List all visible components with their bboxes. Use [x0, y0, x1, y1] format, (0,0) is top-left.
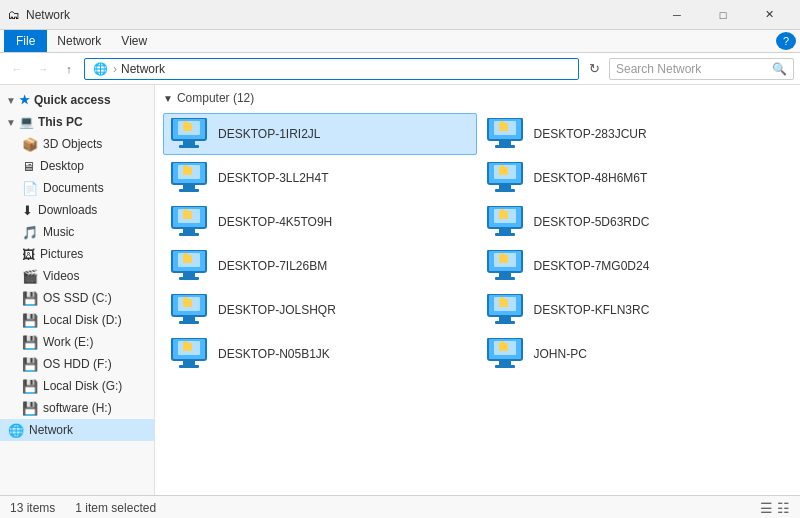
quick-access-label: Quick access [34, 93, 111, 107]
computer-item-12[interactable]: JOHN-PC [479, 333, 793, 375]
sidebar-thispc-header[interactable]: ▼ 💻 This PC [0, 111, 154, 133]
large-icons-view-icon[interactable]: ☷ [777, 500, 790, 516]
computer-item-4[interactable]: DESKTOP-48H6M6T [479, 157, 793, 199]
svg-rect-17 [499, 184, 511, 189]
title-bar-title: Network [26, 8, 654, 22]
sidebar-music-label: Music [43, 225, 74, 239]
softwareh-icon: 💾 [22, 401, 38, 416]
address-path[interactable]: 🌐 › Network [84, 58, 579, 80]
sidebar-oshdd-label: OS HDD (F:) [43, 357, 112, 371]
sidebar-item-softwareh[interactable]: 💾 software (H:) [0, 397, 154, 419]
quick-access-chevron: ▼ [6, 95, 16, 106]
group-chevron: ▼ [163, 93, 173, 104]
computer-icon-12 [486, 338, 526, 370]
sidebar-desktop-label: Desktop [40, 159, 84, 173]
sidebar-item-videos[interactable]: 🎬 Videos [0, 265, 154, 287]
computer-item-8[interactable]: DESKTOP-7MG0D24 [479, 245, 793, 287]
computer-item-7[interactable]: DESKTOP-7IL26BM [163, 245, 477, 287]
search-box[interactable]: Search Network 🔍 [609, 58, 794, 80]
videos-icon: 🎬 [22, 269, 38, 284]
computer-icon-6 [486, 206, 526, 238]
svg-rect-24 [183, 211, 192, 219]
computer-name-1: DESKTOP-1IRI2JL [218, 127, 320, 141]
computer-item-5[interactable]: DESKTOP-4K5TO9H [163, 201, 477, 243]
computers-grid: DESKTOP-1IRI2JL DESKTOP-283JCUR [163, 113, 792, 375]
search-placeholder: Search Network [616, 62, 701, 76]
svg-rect-2 [183, 140, 195, 145]
svg-rect-28 [495, 233, 515, 236]
tab-file[interactable]: File [4, 30, 47, 52]
sidebar-documents-label: Documents [43, 181, 104, 195]
thispc-chevron: ▼ [6, 117, 16, 128]
computer-name-2: DESKTOP-283JCUR [534, 127, 647, 141]
maximize-button[interactable]: □ [700, 0, 746, 30]
up-button[interactable]: ↑ [58, 58, 80, 80]
computer-item-10[interactable]: DESKTOP-KFLN3RC [479, 289, 793, 331]
svg-rect-37 [499, 272, 511, 277]
svg-rect-29 [499, 211, 508, 219]
desktop-icon: 🖥 [22, 159, 35, 174]
sidebar-item-desktop[interactable]: 🖥 Desktop [0, 155, 154, 177]
svg-rect-18 [495, 189, 515, 192]
sidebar-item-pictures[interactable]: 🖼 Pictures [0, 243, 154, 265]
sidebar-item-downloads[interactable]: ⬇ Downloads [0, 199, 154, 221]
path-network-label: Network [121, 62, 165, 76]
svg-rect-53 [179, 365, 199, 368]
refresh-button[interactable]: ↻ [583, 58, 605, 80]
sidebar-item-localdiskd[interactable]: 💾 Local Disk (D:) [0, 309, 154, 331]
computer-icon-2 [486, 118, 526, 150]
sidebar-worke-label: Work (E:) [43, 335, 93, 349]
details-view-icon[interactable]: ☰ [760, 500, 773, 516]
computer-icon-7 [170, 250, 210, 282]
svg-rect-8 [495, 145, 515, 148]
svg-rect-34 [183, 255, 192, 263]
back-button[interactable]: ← [6, 58, 28, 80]
thispc-label: This PC [38, 115, 83, 129]
ribbon: File Network View ? [0, 30, 800, 53]
computer-name-3: DESKTOP-3LL2H4T [218, 171, 329, 185]
main-layout: ▼ ★ Quick access ▼ 💻 This PC 📦 3D Object… [0, 85, 800, 495]
title-bar-controls: ─ □ ✕ [654, 0, 792, 30]
computer-item-3[interactable]: DESKTOP-3LL2H4T [163, 157, 477, 199]
svg-rect-13 [179, 189, 199, 192]
minimize-button[interactable]: ─ [654, 0, 700, 30]
sidebar-item-music[interactable]: 🎵 Music [0, 221, 154, 243]
help-button[interactable]: ? [776, 32, 796, 50]
sidebar-quick-access-header[interactable]: ▼ ★ Quick access [0, 89, 154, 111]
sidebar-item-worke[interactable]: 💾 Work (E:) [0, 331, 154, 353]
localdiskd-icon: 💾 [22, 313, 38, 328]
computer-icon-1 [170, 118, 210, 150]
computer-item-9[interactable]: DESKTOP-JOLSHQR [163, 289, 477, 331]
downloads-icon: ⬇ [22, 203, 33, 218]
computer-name-8: DESKTOP-7MG0D24 [534, 259, 650, 273]
computer-item-6[interactable]: DESKTOP-5D63RDC [479, 201, 793, 243]
computer-icon-3 [170, 162, 210, 194]
tab-network[interactable]: Network [47, 30, 111, 52]
sidebar-item-documents[interactable]: 📄 Documents [0, 177, 154, 199]
sidebar-item-3dobjects[interactable]: 📦 3D Objects [0, 133, 154, 155]
sidebar-softwareh-label: software (H:) [43, 401, 112, 415]
svg-rect-58 [495, 365, 515, 368]
sidebar-3dobjects-label: 3D Objects [43, 137, 102, 151]
svg-rect-19 [499, 167, 508, 175]
forward-button[interactable]: → [32, 58, 54, 80]
computer-item-2[interactable]: DESKTOP-283JCUR [479, 113, 793, 155]
computer-item-11[interactable]: DESKTOP-N05B1JK [163, 333, 477, 375]
sidebar-item-oshdd[interactable]: 💾 OS HDD (F:) [0, 353, 154, 375]
tab-view[interactable]: View [111, 30, 157, 52]
close-button[interactable]: ✕ [746, 0, 792, 30]
sidebar-item-network[interactable]: 🌐 Network [0, 419, 154, 441]
localdiskg-icon: 💾 [22, 379, 38, 394]
svg-rect-4 [183, 123, 192, 131]
computer-icon-4 [486, 162, 526, 194]
computer-item-1[interactable]: DESKTOP-1IRI2JL [163, 113, 477, 155]
svg-rect-47 [499, 316, 511, 321]
sidebar-item-localdiskg[interactable]: 💾 Local Disk (G:) [0, 375, 154, 397]
svg-rect-48 [495, 321, 515, 324]
sidebar-item-osssd[interactable]: 💾 OS SSD (C:) [0, 287, 154, 309]
computer-icon-10 [486, 294, 526, 326]
computer-icon-11 [170, 338, 210, 370]
path-separator: › [113, 62, 117, 76]
computer-icon-5 [170, 206, 210, 238]
computer-name-9: DESKTOP-JOLSHQR [218, 303, 336, 317]
